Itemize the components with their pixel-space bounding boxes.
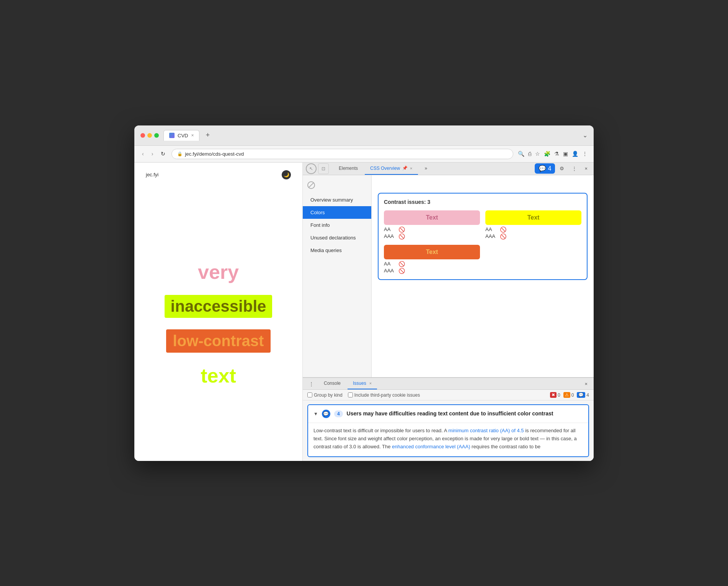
tab-bar: CVD × + ⌄ (163, 130, 588, 141)
warning-count-badge: ⚠ 0 (563, 392, 574, 398)
issue-title: Users may have difficulties reading text… (347, 410, 553, 418)
forward-button[interactable]: › (150, 150, 155, 158)
more-options-icon[interactable]: ⋮ (569, 164, 580, 173)
devtools-close-icon[interactable]: × (581, 164, 591, 173)
issue-body: Low-contrast text is difficult or imposs… (308, 423, 588, 456)
profile-icon[interactable]: 👤 (572, 151, 578, 157)
issues-tab-button[interactable]: 💬 4 (535, 163, 555, 174)
tab-issues[interactable]: Issues × (348, 378, 377, 389)
error-count-badge: ✖ 0 (550, 392, 560, 398)
third-party-label: Include third-party cookie issues (354, 392, 420, 398)
issue-type-icon: 💬 (322, 410, 330, 418)
css-overview-close-icon[interactable]: × (410, 166, 412, 171)
tab-elements[interactable]: Elements (333, 163, 363, 175)
bottom-more-icon[interactable]: ⋮ (306, 379, 317, 388)
issues-tab-close[interactable]: × (369, 381, 372, 386)
devtools-panel: ↖ ⊡ Elements CSS Overview 📌 × » 💬 4 (303, 163, 594, 461)
issues-count-icons: ✖ 0 ⚠ 0 💬 4 (550, 392, 589, 398)
sidebar-item-media-queries[interactable]: Media queries (303, 244, 371, 257)
issues-badge: 4 (548, 165, 552, 172)
lock-icon: 🔒 (177, 151, 183, 156)
rating-row-aaa-orange: AAA 🚫 (384, 268, 480, 274)
tab-css-overview[interactable]: CSS Overview 📌 × (365, 163, 418, 175)
sidebar-item-unused-declarations[interactable]: Unused declarations (303, 231, 371, 244)
contrast-button-yellow[interactable]: Text (485, 210, 581, 225)
group-by-kind-checkbox[interactable]: Group by kind (307, 392, 343, 398)
browser-window: CVD × + ⌄ ‹ › ↻ 🔒 jec.fyi/demo/cds-quest… (134, 125, 594, 461)
tab-menu-button[interactable]: ⌄ (583, 132, 588, 139)
css-main-area: Contrast issues: 3 Text AA 🚫 (372, 175, 594, 378)
css-overview-content: Overview summary Colors Font info Unused… (303, 175, 594, 378)
inspector-icon[interactable]: ⊡ (318, 163, 329, 174)
tab-title: CVD (178, 133, 188, 138)
issue-header[interactable]: ▼ 💬 4 Users may have difficulties readin… (308, 405, 588, 423)
more-menu-icon[interactable]: ⋮ (582, 151, 588, 157)
site-label: jec.fyi (146, 172, 158, 177)
contrast-issues-title: Contrast issues: 3 (384, 199, 581, 205)
new-tab-button[interactable]: + (202, 131, 213, 139)
title-bar: CVD × + ⌄ (134, 125, 594, 146)
tab-console[interactable]: Console (318, 378, 346, 389)
issues-toolbar: Group by kind Include third-party cookie… (303, 390, 594, 400)
warning-badge-icon: ⚠ (563, 392, 570, 398)
lab-icon[interactable]: ⚗ (554, 151, 559, 157)
error-badge-icon: ✖ (550, 392, 557, 398)
close-button[interactable] (140, 133, 145, 138)
third-party-checkbox[interactable]: Include third-party cookie issues (348, 392, 420, 398)
info-badge-icon: 💬 (577, 392, 585, 398)
link-minimum-contrast[interactable]: minimum contrast ratio (AA) of 4.5 (448, 428, 524, 433)
sidebar-item-font-info[interactable]: Font info (303, 219, 371, 231)
css-overview-pin-icon: 📌 (402, 166, 408, 171)
demo-words: very inaccessible low-contrast text (146, 195, 291, 453)
bookmark-icon[interactable]: ☆ (535, 151, 540, 157)
tab-close-button[interactable]: × (191, 133, 194, 138)
rating-aaa-icon-y: 🚫 (500, 233, 506, 239)
word-very: very (198, 260, 239, 283)
address-bar: ‹ › ↻ 🔒 jec.fyi/demo/cds-quest-cvd 🔍 ⎙ ☆… (134, 146, 594, 163)
word-inaccessible: inaccessible (165, 295, 273, 318)
rating-aaa-label-o: AAA (384, 268, 395, 273)
back-button[interactable]: ‹ (140, 150, 145, 158)
extensions-icon[interactable]: 🧩 (544, 151, 550, 157)
devtools-tabs: ↖ ⊡ Elements CSS Overview 📌 × » 💬 4 (303, 163, 594, 175)
site-label-bar: jec.fyi 🌙 (146, 170, 291, 179)
sidebar-icon[interactable]: ▣ (563, 151, 568, 157)
devtools-tab-icons: 💬 4 ⚙ ⋮ × (535, 163, 591, 174)
contrast-button-pink[interactable]: Text (384, 210, 480, 225)
browser-tab-cvd[interactable]: CVD × (163, 130, 199, 141)
capture-overview-icon[interactable] (307, 181, 315, 189)
contrast-items: Text AA 🚫 AAA 🚫 (384, 210, 581, 274)
rating-aaa-label-y: AAA (485, 233, 497, 239)
page-content: jec.fyi 🌙 very inaccessible low-contrast… (134, 163, 303, 461)
rating-aaa-icon: 🚫 (398, 233, 405, 239)
third-party-input[interactable] (348, 392, 353, 397)
rating-row-aa-pink: AA 🚫 (384, 226, 480, 233)
settings-icon[interactable]: ⚙ (557, 164, 567, 173)
bottom-panel: ⋮ Console Issues × × G (303, 377, 594, 461)
rating-aa-icon-o: 🚫 (398, 261, 405, 267)
refresh-button[interactable]: ↻ (159, 150, 167, 158)
rating-row-aa-orange: AA 🚫 (384, 261, 480, 267)
search-icon[interactable]: 🔍 (518, 151, 524, 157)
sidebar-item-overview-summary[interactable]: Overview summary (303, 194, 371, 206)
tab-favicon (169, 133, 175, 138)
issue-description: Low-contrast text is difficult or imposs… (313, 423, 583, 451)
sidebar-item-colors[interactable]: Colors (303, 206, 371, 219)
rating-aaa-icon-o: 🚫 (398, 268, 405, 274)
bottom-close-icon[interactable]: × (581, 379, 591, 388)
moon-icon: 🌙 (284, 172, 289, 177)
group-by-kind-input[interactable] (307, 392, 312, 397)
bottom-tab-icons: × (581, 379, 591, 388)
maximize-button[interactable] (154, 133, 159, 138)
contrast-button-orange[interactable]: Text (384, 245, 480, 259)
dark-mode-button[interactable]: 🌙 (282, 170, 291, 179)
share-icon[interactable]: ⎙ (528, 151, 531, 157)
tab-more[interactable]: » (419, 163, 433, 175)
minimize-button[interactable] (147, 133, 152, 138)
cursor-icon[interactable]: ↖ (306, 163, 317, 174)
bottom-tabs: ⋮ Console Issues × × (303, 378, 594, 390)
address-input[interactable]: 🔒 jec.fyi/demo/cds-quest-cvd (171, 149, 513, 159)
issue-chevron[interactable]: ▼ (313, 411, 318, 417)
link-enhanced-conformance[interactable]: enhanced conformance level (AAA) (392, 444, 470, 449)
rating-row-aaa-yellow: AAA 🚫 (485, 233, 581, 239)
